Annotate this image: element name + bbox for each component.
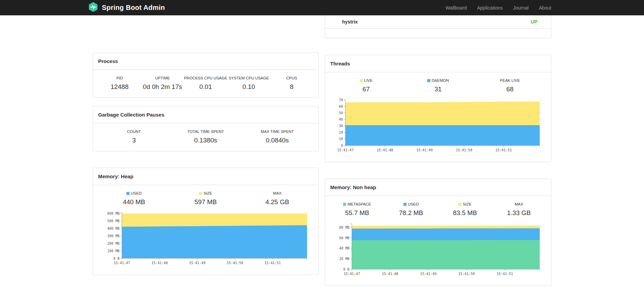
metric-label: PROCESS CPU USAGE (184, 76, 227, 80)
memory-heap-panel-title: Memory: Heap (93, 168, 318, 185)
nav-link-journal[interactable]: Journal (508, 0, 534, 15)
legend-label: SIZE (170, 191, 241, 195)
svg-text:15:41:47: 15:41:47 (337, 148, 354, 152)
svg-text:15:41:51: 15:41:51 (264, 261, 281, 265)
metric-label: PID (98, 76, 141, 80)
svg-text:300 MB: 300 MB (107, 234, 120, 238)
left-column: Process PID 12488 UPTIME 0d 0h 2m 17s PR… (93, 15, 319, 275)
legend-threads-daemon: DAEMON 31 (402, 78, 474, 93)
svg-text:100 MB: 100 MB (107, 249, 120, 253)
used-legend-swatch (126, 192, 129, 195)
svg-text:40: 40 (339, 118, 343, 121)
svg-text:600 MB: 600 MB (107, 212, 120, 215)
svg-text:20 MB: 20 MB (339, 257, 349, 261)
svg-text:15:41:49: 15:41:49 (189, 261, 205, 265)
metric-value: 12488 (98, 83, 141, 91)
spring-boot-admin-logo-icon (88, 2, 98, 14)
process-panel-title: Process (93, 53, 318, 70)
legend-label: MAX (242, 191, 313, 195)
memory-nonheap-panel: Memory: Non heap METASPACE 55.7 MB USED (325, 179, 551, 286)
threads-panel: Threads LIVE 67 DAEMON (325, 55, 551, 162)
metric-value: 3 (98, 137, 170, 144)
legend-value: 68 (474, 86, 546, 93)
legend-label: METASPACE (330, 202, 384, 206)
memory-nonheap-area-chart: 0 B20 MB40 MB60 MB80 MB15:41:4715:41:481… (336, 221, 543, 279)
svg-text:15:41:51: 15:41:51 (495, 148, 512, 152)
legend-label: MAX (492, 202, 546, 206)
metric-uptime: UPTIME 0d 0h 2m 17s (141, 76, 184, 91)
threads-chart: 01020304050607015:41:4715:41:4815:41:491… (330, 96, 546, 155)
legend-nonheap-max: MAX 1.33 GB (492, 202, 546, 217)
right-column: hystrix UP Threads LIVE 67 (325, 15, 551, 286)
svg-text:15:41:47: 15:41:47 (343, 272, 360, 276)
svg-text:10: 10 (339, 137, 343, 141)
metric-gc-total-time: TOTAL TIME SPENT 0.1380s (170, 130, 241, 144)
svg-text:40 MB: 40 MB (339, 246, 349, 250)
legend-value: 78.2 MB (384, 209, 438, 217)
nav-link-wallboard[interactable]: Wallboard (440, 0, 472, 15)
svg-text:60: 60 (339, 105, 343, 108)
memory-heap-area-chart: 0 B100 MB200 MB300 MB400 MB500 MB600 MB1… (104, 210, 310, 268)
application-row[interactable]: hystrix UP (325, 15, 551, 29)
legend-label: SIZE (438, 202, 492, 206)
svg-text:200 MB: 200 MB (107, 242, 120, 245)
svg-text:15:41:49: 15:41:49 (420, 272, 436, 276)
svg-text:500 MB: 500 MB (107, 219, 120, 223)
metric-gc-count: COUNT 3 (98, 130, 170, 144)
navbar-links: Wallboard Applications Journal About (440, 0, 551, 15)
brand[interactable]: Spring Boot Admin (88, 2, 165, 14)
legend-value: 55.7 MB (330, 209, 384, 217)
svg-text:15:41:49: 15:41:49 (416, 148, 433, 152)
legend-label: LIVE (330, 78, 402, 82)
status-badge: UP (531, 19, 537, 25)
metric-label: TOTAL TIME SPENT (170, 130, 241, 134)
svg-text:30: 30 (339, 124, 343, 128)
main-content: Process PID 12488 UPTIME 0d 0h 2m 17s PR… (93, 15, 551, 286)
metric-gc-max-time: MAX TIME SPENT 0.0840s (242, 130, 313, 144)
memory-heap-chart: 0 B100 MB200 MB300 MB400 MB500 MB600 MB1… (98, 209, 313, 268)
garbage-collection-panel: Garbage Collection Pauses COUNT 3 TOTAL … (93, 106, 319, 151)
threads-panel-title: Threads (325, 55, 551, 72)
memory-nonheap-panel-title: Memory: Non heap (325, 179, 551, 196)
application-card-padding (325, 29, 551, 38)
size-legend-swatch (199, 192, 202, 195)
svg-text:50: 50 (339, 111, 343, 115)
metric-label: MAX TIME SPENT (242, 130, 313, 134)
svg-text:15:41:51: 15:41:51 (496, 272, 513, 276)
daemon-legend-swatch (427, 79, 430, 82)
metric-system-cpu-usage: SYSTEM CPU USAGE 0.10 (227, 76, 270, 91)
metaspace-legend-swatch (343, 203, 346, 206)
memory-heap-panel: Memory: Heap USED 440 MB SIZE (93, 168, 319, 275)
metric-cpus: CPUS 8 (270, 76, 313, 91)
process-panel: Process PID 12488 UPTIME 0d 0h 2m 17s PR… (93, 52, 319, 98)
svg-text:60 MB: 60 MB (339, 236, 349, 240)
legend-label: USED (384, 202, 438, 206)
metric-value: 0.01 (184, 83, 227, 91)
legend-value: 67 (330, 86, 402, 93)
metric-value: 0.1380s (170, 137, 241, 144)
metric-label: CPUS (270, 76, 313, 80)
legend-threads-live: LIVE 67 (330, 78, 402, 93)
legend-value: 83.5 MB (438, 209, 492, 217)
svg-text:15:41:48: 15:41:48 (377, 148, 393, 152)
svg-text:15:41:50: 15:41:50 (456, 148, 472, 152)
metric-value: 8 (270, 83, 313, 91)
metric-pid: PID 12488 (98, 76, 141, 91)
top-navbar: Spring Boot Admin Wallboard Applications… (0, 0, 644, 15)
metric-label: UPTIME (141, 76, 184, 80)
metric-value: 0.0840s (242, 137, 313, 144)
legend-heap-used: USED 440 MB (98, 191, 170, 206)
legend-value: 31 (402, 86, 474, 93)
nav-link-about[interactable]: About (534, 0, 551, 15)
legend-nonheap-size: SIZE 83.5 MB (438, 202, 492, 217)
metric-value: 0.10 (227, 83, 270, 91)
legend-nonheap-used: USED 78.2 MB (384, 202, 438, 217)
legend-value: 597 MB (170, 198, 241, 206)
legend-label: PEAK LIVE (474, 78, 546, 82)
nav-link-applications[interactable]: Applications (472, 0, 508, 15)
legend-heap-max: MAX 4.25 GB (242, 191, 313, 206)
brand-title: Spring Boot Admin (102, 4, 165, 12)
svg-text:15:41:50: 15:41:50 (227, 261, 243, 265)
svg-text:15:41:50: 15:41:50 (458, 272, 475, 276)
gc-panel-title: Garbage Collection Pauses (93, 106, 318, 123)
